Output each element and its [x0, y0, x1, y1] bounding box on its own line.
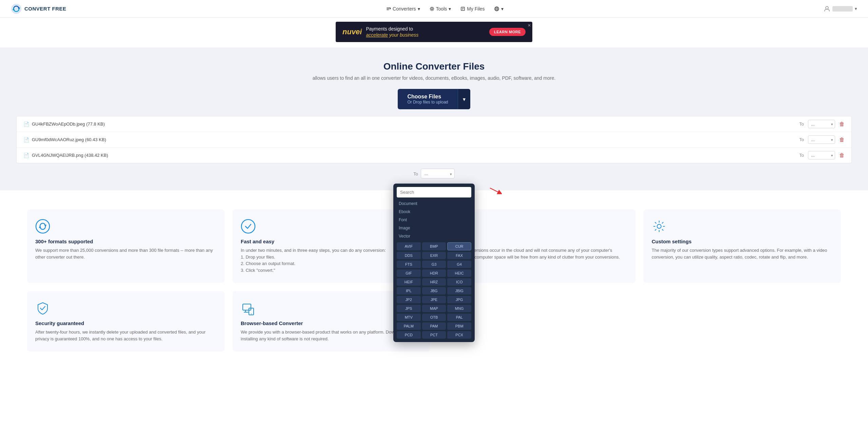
settings-icon	[652, 219, 667, 234]
format-tag-pct[interactable]: PCT	[422, 331, 446, 339]
file-name: GVL4GNJWQAElJRB.png (438.42 KB)	[32, 153, 108, 158]
format-tag-mng[interactable]: MNG	[447, 305, 471, 312]
format-select-wrapper: ...	[808, 135, 835, 144]
ad-content: nuvei Payments designed to accelerate yo…	[336, 22, 532, 42]
tools-icon	[430, 6, 434, 11]
format-tag-jbg[interactable]: JBG	[422, 287, 446, 295]
nav-tools[interactable]: Tools ▾	[430, 6, 451, 12]
format-search-input[interactable]	[397, 187, 471, 197]
drop-files-label: Or Drop files to upload	[407, 100, 448, 105]
format-tag-avif[interactable]: AVIF	[397, 242, 421, 250]
format-tag-ico[interactable]: ICO	[447, 278, 471, 286]
header-right: ▾	[824, 5, 857, 12]
format-tag-hrz[interactable]: HRZ	[422, 278, 446, 286]
ad-brand: nuvei	[342, 27, 362, 36]
format-select[interactable]: ...	[808, 151, 835, 159]
format-tag-otb[interactable]: OTB	[422, 314, 446, 321]
format-tag-g4[interactable]: G4	[447, 261, 471, 268]
format-categories: Document Ebook Font Image Vector	[397, 200, 471, 240]
logo[interactable]: CONVERT FREE	[11, 3, 66, 14]
format-tag-gif[interactable]: GIF	[397, 269, 421, 277]
format-tag-fax[interactable]: FAX	[447, 252, 471, 259]
svg-point-11	[251, 314, 252, 314]
nav-myfiles[interactable]: My Files	[460, 6, 485, 12]
format-tag-pam[interactable]: PAM	[422, 322, 446, 330]
logo-icon	[11, 3, 22, 14]
format-tag-heic[interactable]: HEIC	[447, 269, 471, 277]
upload-dropdown-arrow[interactable]: ▾	[458, 89, 470, 109]
myfiles-icon	[460, 6, 465, 11]
svg-point-1	[431, 8, 433, 10]
format-tag-heif[interactable]: HEIF	[397, 278, 421, 286]
globe-icon	[494, 6, 499, 12]
ad-learn-more-button[interactable]: LEARN MORE	[489, 28, 526, 36]
format-tag-jpe[interactable]: JPE	[422, 296, 446, 303]
format-tag-jps[interactable]: JPS	[397, 305, 421, 312]
format-tag-jpg[interactable]: JPG	[447, 296, 471, 303]
browser-icon	[241, 301, 256, 316]
user-icon	[824, 5, 830, 12]
format-tag-palm[interactable]: PALM	[397, 322, 421, 330]
category-vector[interactable]: Vector	[397, 233, 471, 240]
svg-rect-9	[243, 304, 251, 310]
format-tag-cur[interactable]: CUR	[447, 242, 471, 250]
ad-banner: nuvei Payments designed to accelerate yo…	[0, 18, 868, 48]
format-tag-pcd[interactable]: PCD	[397, 331, 421, 339]
format-tag-pbm[interactable]: PBM	[447, 322, 471, 330]
ad-close-button[interactable]: ✕	[528, 23, 531, 28]
choose-files-label: Choose Files	[407, 94, 441, 100]
upload-chevron-icon: ▾	[463, 96, 466, 102]
svg-point-6	[36, 220, 50, 233]
format-tag-exr[interactable]: EXR	[422, 252, 446, 259]
hero-section: Online Converter Files allows users to f…	[0, 48, 868, 190]
converters-icon	[386, 6, 391, 11]
delete-file-button[interactable]: 🗑	[839, 152, 845, 158]
format-tag-dds[interactable]: DDS	[397, 252, 421, 259]
hero-title: Online Converter Files	[11, 61, 857, 72]
nav-language[interactable]: ▾	[494, 6, 504, 12]
feature-text: We support more than 25,000 conversions …	[35, 247, 216, 260]
nav-converters[interactable]: Converters ▾	[386, 6, 420, 12]
format-dropdown: Document Ebook Font Image Vector AVIFBMP…	[393, 184, 475, 342]
fast-icon	[241, 219, 256, 234]
file-row-actions: To ... 🗑	[799, 135, 845, 144]
format-select[interactable]: ...	[808, 120, 835, 128]
file-list: 📄 GU4kFBZWoAEpODb.jpeg (77.8 KB) To ... …	[16, 116, 852, 163]
format-tag-fts[interactable]: FTS	[397, 261, 421, 268]
category-font[interactable]: Font	[397, 216, 471, 223]
file-icon: 📄	[23, 121, 29, 127]
user-dropdown-icon: ▾	[855, 6, 857, 11]
to-label: To	[799, 121, 804, 127]
feature-card-security: Security guaranteed After twenty-four ho…	[27, 291, 224, 352]
file-icon: 📄	[23, 153, 29, 158]
file-name: GU9mf0dWcAAORuz.jpeg (60.43 KB)	[32, 137, 106, 142]
category-ebook[interactable]: Ebook	[397, 208, 471, 215]
user-menu[interactable]: ▾	[824, 5, 857, 12]
global-format-select[interactable]: ...	[421, 169, 455, 178]
format-tag-g3[interactable]: G3	[422, 261, 446, 268]
file-row: 📄 GU4kFBZWoAEpODb.jpeg (77.8 KB) To ... …	[17, 116, 851, 132]
file-row: 📄 GVL4GNJWQAElJRB.png (438.42 KB) To ...…	[17, 148, 851, 163]
delete-file-button[interactable]: 🗑	[839, 137, 845, 143]
format-tag-jbig[interactable]: JBIG	[447, 287, 471, 295]
global-format-select-wrapper: ...	[421, 169, 455, 180]
choose-files-button[interactable]: Choose Files Or Drop files to upload ▾	[398, 89, 470, 109]
format-select[interactable]: ...	[808, 135, 835, 144]
format-tag-pcx[interactable]: PCX	[447, 331, 471, 339]
username-placeholder	[832, 6, 853, 12]
format-tag-hdr[interactable]: HDR	[422, 269, 446, 277]
format-tag-jp2[interactable]: JP2	[397, 296, 421, 303]
format-tag-ipl[interactable]: IPL	[397, 287, 421, 295]
ad-text: Payments designed to accelerate your bus…	[366, 26, 418, 38]
format-tag-pal[interactable]: PAL	[447, 314, 471, 321]
feature-card-settings: Custom settings The majority of our conv…	[644, 209, 841, 283]
delete-file-button[interactable]: 🗑	[839, 121, 845, 127]
feature-text: The majority of our conversion types sup…	[652, 247, 833, 260]
category-image[interactable]: Image	[397, 225, 471, 231]
category-document[interactable]: Document	[397, 200, 471, 207]
file-row-actions: To ... 🗑	[799, 151, 845, 159]
format-tag-mtv[interactable]: MTV	[397, 314, 421, 321]
file-name: GU4kFBZWoAEpODb.jpeg (77.8 KB)	[32, 121, 105, 127]
format-tag-map[interactable]: MAP	[422, 305, 446, 312]
format-tag-bmp[interactable]: BMP	[422, 242, 446, 250]
